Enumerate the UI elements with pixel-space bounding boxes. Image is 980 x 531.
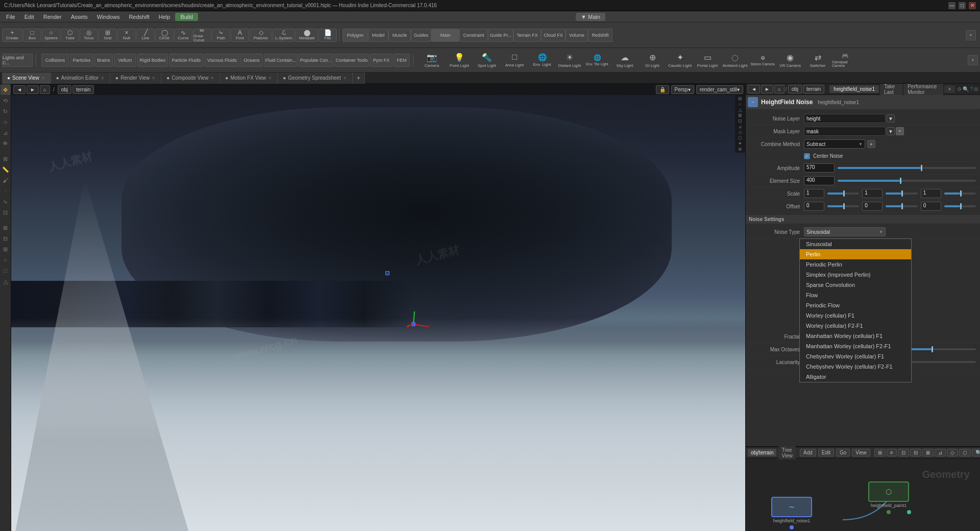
close-motionfxview[interactable]: ✕ [268, 76, 272, 81]
paint-output-connector[interactable] [887, 510, 891, 514]
amplitude-slider[interactable] [838, 167, 976, 169]
rp-search[interactable]: 🔍 [963, 86, 969, 92]
tool-select[interactable]: ✥ [1, 85, 11, 95]
ng-tab-objterrain[interactable]: obj/terrain [748, 449, 776, 456]
vp-side-btn8[interactable]: ⬡ [736, 135, 744, 140]
vp-terrain-btn[interactable]: terrain [72, 85, 94, 94]
tool-sphere[interactable]: ○Sphere [42, 29, 60, 42]
tab-geospreadsheet[interactable]: ● Geometry Spreadsheet ✕ [278, 73, 352, 84]
light-env[interactable]: 🌐 Env. Light [529, 49, 555, 71]
tab-guides[interactable]: Guides [411, 29, 431, 42]
tab-fem[interactable]: FEM [394, 54, 410, 67]
light-caustic[interactable]: ✦ Caustic Light [667, 49, 693, 71]
tab-populatecont[interactable]: Populate Con... [299, 54, 333, 67]
vp-obj-btn[interactable]: obj [58, 85, 71, 94]
tool-torus[interactable]: ◎Torus [80, 29, 98, 42]
tool-file[interactable]: 📄File [318, 29, 337, 42]
tool-misc2[interactable]: ⊟ [1, 233, 11, 244]
menu-render[interactable]: Render [39, 13, 66, 21]
tool-misc1[interactable]: ⊠ [1, 223, 11, 233]
vp-side-btn1[interactable]: ⊞ [736, 96, 744, 101]
tab-oceans[interactable]: Oceans [240, 54, 263, 67]
tool-tube[interactable]: ⬡Tube [61, 29, 79, 42]
tool-misc6[interactable]: △ [1, 276, 11, 286]
menu-help[interactable]: Help [155, 13, 175, 21]
tool-paint[interactable]: 🖌 [1, 175, 11, 185]
dd-chebyshev2[interactable]: Chebyshev Worley (cellular) F2-F1 [800, 361, 911, 372]
rp-terrain[interactable]: terrain [803, 85, 824, 93]
ng-layout6[interactable]: ⊿ [935, 449, 946, 456]
node-heightfield-noise1[interactable]: ~ heightfield_noise1 [771, 497, 812, 529]
tool-circle[interactable]: ◯Circle [155, 29, 174, 42]
offset-x-slider[interactable] [827, 205, 859, 207]
minimize-button[interactable]: — [948, 2, 955, 9]
tab-polygon[interactable]: Polygon [342, 29, 368, 42]
vp-side-btn6[interactable]: ⊿ [736, 124, 744, 129]
vp-back-btn[interactable]: ◄ [13, 85, 26, 94]
ng-layout2[interactable]: ≡ [887, 449, 897, 456]
ng-layout3[interactable]: ⊡ [898, 449, 909, 456]
light-envtex[interactable]: 🌐 Env. Tex Light [584, 49, 610, 71]
dd-simplex[interactable]: Simplex (Improved Perlin) [800, 270, 911, 280]
combine-method-combo[interactable]: Subtract ▼ [804, 139, 865, 149]
tab-pyrofx[interactable]: Pyro FX [370, 54, 393, 67]
element-size-input[interactable]: 400 [804, 176, 835, 185]
tool-handle[interactable]: ⊿ [1, 128, 11, 138]
scale-y-input[interactable]: 1 [862, 189, 883, 198]
light-switcher[interactable]: ⇄ Switcher [804, 49, 831, 71]
mask-layer-add[interactable]: + [896, 127, 904, 135]
expand-toolbar[interactable]: + [966, 30, 976, 40]
rp-gear[interactable]: ⚙ [957, 86, 962, 92]
rp-home[interactable]: ⌂ [774, 85, 785, 93]
rptab-add[interactable]: + [944, 85, 955, 93]
noise-output-connector[interactable] [790, 525, 794, 529]
tool-curve[interactable]: ∿Curve [174, 29, 192, 42]
close-sceneview[interactable]: ✕ [41, 76, 45, 81]
ng-layout4[interactable]: ⊟ [910, 449, 921, 456]
rptab-heightfield[interactable]: heightfield_noise1 [829, 85, 879, 93]
noise-layer-menu[interactable]: ▼ [887, 114, 895, 123]
vp-forward-btn[interactable]: ► [27, 85, 39, 94]
scale-y-slider[interactable] [886, 192, 917, 195]
rp-layout[interactable]: ⊞ [974, 86, 978, 92]
tab-model[interactable]: Model [368, 29, 388, 42]
menu-assets[interactable]: Assets [67, 13, 92, 21]
tab-volume[interactable]: Volume [566, 29, 588, 42]
dd-manhattan1[interactable]: Manhattan Worley (cellular) F1 [800, 331, 911, 341]
tab-fluidcontain[interactable]: Fluid Contain... [264, 54, 298, 67]
noise-type-combo[interactable]: Sinusoidal ▼ [804, 227, 886, 236]
light-distant[interactable]: ☀ Distant Light [556, 49, 583, 71]
offset-y-input[interactable]: 0 [862, 202, 883, 211]
light-spot[interactable]: 🔦 Spot Light [474, 49, 500, 71]
ng-layout1[interactable]: ⊞ [874, 449, 886, 456]
scale-x-input[interactable]: 1 [804, 189, 824, 198]
rptab-perfmon[interactable]: Performance Monitor [903, 84, 943, 96]
tab-vellum[interactable]: Vellum [114, 54, 136, 67]
noise-layer-input[interactable] [804, 114, 886, 123]
menu-file[interactable]: File [2, 13, 19, 21]
tab-terrainfx[interactable]: Terrain FX [513, 29, 541, 42]
dd-perlin[interactable]: Perlin [800, 249, 911, 259]
tab-characters[interactable]: Main [431, 29, 459, 42]
light-portal[interactable]: ▭ Portal Light [694, 49, 721, 71]
tab-muscle[interactable]: Muscle [388, 29, 411, 42]
rp-question[interactable]: ? [970, 86, 973, 92]
add-tab[interactable]: + [353, 73, 365, 84]
dd-worley1[interactable]: Worley (cellular) F1 [800, 310, 911, 321]
viewport-camera[interactable]: render_cam_still▾ [696, 85, 743, 94]
tool-null[interactable]: ×Null [117, 29, 136, 42]
dd-chebyshev1[interactable]: Chebyshev Worley (cellular) F1 [800, 351, 911, 361]
tool-box[interactable]: □Box [23, 29, 41, 42]
ng-view[interactable]: View [852, 449, 870, 456]
light-sky[interactable]: ☁ Sky Light [611, 49, 638, 71]
close-animeditor[interactable]: ✕ [101, 76, 105, 81]
amplitude-input[interactable]: 570 [804, 163, 835, 173]
dd-alligator[interactable]: Alligator [800, 372, 911, 382]
scale-x-slider[interactable] [827, 192, 859, 195]
main-dropdown[interactable]: ▼ Main [576, 13, 605, 21]
ng-layout8[interactable]: ⬡ [959, 449, 971, 456]
dd-sinusoidal[interactable]: Sinusoidal [800, 239, 911, 249]
tool-scale[interactable]: ⊹ [1, 117, 11, 127]
tool-line[interactable]: ╱Line [136, 29, 155, 42]
dd-manhattan2[interactable]: Manhattan Worley (cellular) F2-F1 [800, 341, 911, 351]
